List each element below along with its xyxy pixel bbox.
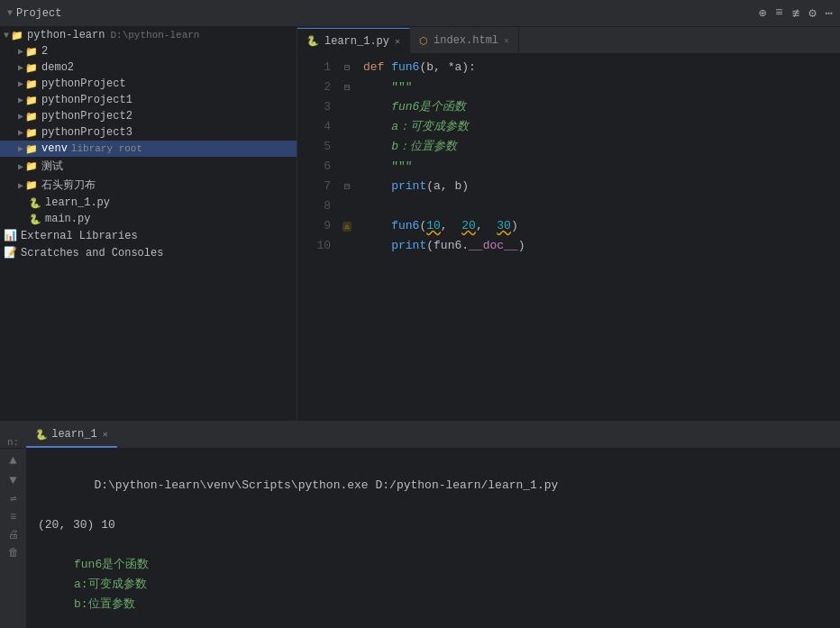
- code-line-3: fun6是个函数: [363, 97, 833, 117]
- sort-icon[interactable]: ≢: [792, 5, 799, 21]
- print2-call: print: [391, 236, 426, 256]
- tab-label: index.html: [434, 34, 498, 47]
- fold-6: [338, 157, 356, 177]
- dunder-doc: __doc__: [469, 236, 518, 256]
- sidebar-item-label: External Libraries: [21, 230, 138, 242]
- sidebar-item-demo2[interactable]: ▶ 📁 demo2: [0, 59, 297, 76]
- sidebar-item-python-learn[interactable]: ▼ 📁 python-learn D:\python-learn: [0, 27, 297, 43]
- more-icon[interactable]: ⋯: [826, 5, 833, 21]
- bottom-tabs: n: 🐍 learn_1 ✕: [0, 422, 840, 449]
- scroll-down-button[interactable]: ▼: [9, 474, 16, 487]
- bottom-tab-learn1[interactable]: 🐍 learn_1 ✕: [26, 423, 116, 448]
- path-label: D:\python-learn: [110, 30, 199, 41]
- ln-9: 9: [305, 216, 331, 236]
- bottom-panel: n: 🐍 learn_1 ✕ ▲ ▼ ⇌ ≡ 🖨 🗑 D:\python-lea…: [0, 421, 840, 628]
- python-file-icon: 🐍: [29, 197, 41, 209]
- keyword-def: def: [363, 58, 384, 77]
- chevron-icon: ▶: [18, 46, 23, 57]
- folder-icon: 📁: [25, 143, 38, 155]
- fold-1[interactable]: ⊟: [338, 58, 356, 77]
- list-icon[interactable]: ≡: [775, 5, 782, 21]
- code-editor[interactable]: 1 2 3 4 5 6 7 8 9 10 ⊟ ⊟ ⊟: [297, 54, 840, 421]
- run-command: D:\python-learn\venv\Scripts\python.exe …: [94, 478, 558, 492]
- folder-icon: 📁: [25, 95, 38, 106]
- arg3: 30: [497, 216, 511, 236]
- sidebar-item-mainpy[interactable]: 🐍 main.py: [0, 211, 297, 227]
- sidebar-item-label: demo2: [41, 61, 74, 74]
- html-icon: ⬡: [419, 35, 428, 47]
- print-button[interactable]: 🖨: [8, 530, 19, 541]
- sidebar-item-测试[interactable]: ▶ 📁 测试: [0, 157, 297, 176]
- tab-learn1py[interactable]: 🐍 learn_1.py ✕: [297, 28, 410, 53]
- tab-close-button[interactable]: ✕: [395, 36, 400, 47]
- sidebar-item-external-libs[interactable]: 📊 External Libraries: [0, 227, 297, 244]
- fold-4: [338, 117, 356, 137]
- chevron-icon: ▼: [4, 31, 9, 41]
- terminal-output-1: (20, 30) 10: [38, 515, 829, 535]
- tab-indexhtml[interactable]: ⬡ index.html ✕: [410, 28, 519, 53]
- lib-icon: 📊: [4, 229, 17, 242]
- ln-8: 8: [305, 196, 331, 216]
- sidebar-item-pythonProject3[interactable]: ▶ 📁 pythonProject3: [0, 124, 297, 141]
- sidebar-item-learn1py[interactable]: 🐍 learn_1.py: [0, 195, 297, 211]
- toolbar-icons: ⊕ ≡ ≢ ⚙ ⋯: [759, 5, 833, 21]
- code-line-6: """: [363, 157, 833, 177]
- code-line-4: a：可变成参数: [363, 117, 833, 137]
- main-layout: ▼ 📁 python-learn D:\python-learn ▶ 📁 2 ▶…: [0, 27, 840, 421]
- fold-8: [338, 196, 356, 216]
- ln-2: 2: [305, 77, 331, 97]
- sidebar-item-label: main.py: [45, 213, 90, 225]
- fun6-call: fun6: [391, 216, 419, 236]
- sidebar-item-label: pythonProject1: [41, 94, 132, 106]
- chevron-icon: ▶: [18, 95, 23, 105]
- lib-root-badge: library root: [71, 143, 142, 154]
- n-label: n:: [7, 437, 19, 448]
- sidebar-item-venv[interactable]: ▶ 📁 venv library root: [0, 141, 297, 157]
- chevron-icon: ▶: [18, 180, 23, 191]
- wrap-button[interactable]: ⇌: [10, 494, 16, 505]
- add-icon[interactable]: ⊕: [759, 5, 766, 21]
- ln-6: 6: [305, 157, 331, 177]
- tab-close-button[interactable]: ✕: [504, 35, 509, 46]
- sidebar-item-scratches[interactable]: 📝 Scratches and Consoles: [0, 244, 297, 261]
- settings-icon[interactable]: ⚙: [808, 5, 816, 21]
- sidebar-item-pythonProject2[interactable]: ▶ 📁 pythonProject2: [0, 108, 297, 124]
- docstring-line3: b：位置参数: [363, 137, 457, 157]
- align-button[interactable]: ≡: [10, 512, 16, 523]
- sidebar-item-label: python-learn: [27, 29, 105, 41]
- code-lines[interactable]: def fun6(b, *a): """ fun6是个函数 a：可变成参数: [356, 58, 840, 417]
- docstring-close: """: [363, 157, 413, 177]
- fold-9: ⚠: [338, 216, 356, 236]
- scratch-icon: 📝: [4, 246, 17, 259]
- folder-icon: 📁: [11, 30, 23, 41]
- sidebar-item-label: venv: [41, 142, 68, 155]
- sidebar: ▼ 📁 python-learn D:\python-learn ▶ 📁 2 ▶…: [0, 27, 297, 421]
- params: (b, *a):: [419, 58, 475, 77]
- terminal-body: ▲ ▼ ⇌ ≡ 🖨 🗑 D:\python-learn\venv\Scripts…: [0, 449, 840, 628]
- sidebar-item-label: pythonProject2: [41, 110, 132, 123]
- sidebar-item-石头剪刀布[interactable]: ▶ 📁 石头剪刀布: [0, 176, 297, 195]
- function-name: fun6: [391, 58, 419, 77]
- fold-5: [338, 137, 356, 157]
- bottom-tab-close-button[interactable]: ✕: [103, 429, 108, 440]
- sidebar-item-pythonProject[interactable]: ▶ 📁 pythonProject: [0, 76, 297, 92]
- fold-10: [338, 236, 356, 256]
- fold-7[interactable]: ⊟: [338, 177, 356, 196]
- scroll-up-button[interactable]: ▲: [9, 454, 16, 467]
- code-line-7: print(a, b): [363, 177, 833, 196]
- chevron-icon: ▶: [18, 62, 23, 73]
- fold-2[interactable]: ⊟: [338, 77, 356, 97]
- folder-icon: 📁: [25, 179, 38, 191]
- terminal-content[interactable]: D:\python-learn\venv\Scripts\python.exe …: [27, 449, 840, 628]
- folder-icon: 📁: [25, 127, 38, 139]
- code-line-2: """: [363, 77, 833, 97]
- line-numbers: 1 2 3 4 5 6 7 8 9 10: [297, 58, 338, 417]
- delete-button[interactable]: 🗑: [8, 548, 19, 559]
- terminal-blank: [38, 535, 829, 555]
- sidebar-item-pythonProject1[interactable]: ▶ 📁 pythonProject1: [0, 92, 297, 108]
- terminal-docstring-3: b:位置参数: [38, 595, 829, 614]
- python-file-icon: 🐍: [29, 214, 41, 225]
- print-call: print: [391, 177, 426, 196]
- project-label: ▼ Project: [7, 7, 61, 20]
- sidebar-item-2[interactable]: ▶ 📁 2: [0, 43, 297, 59]
